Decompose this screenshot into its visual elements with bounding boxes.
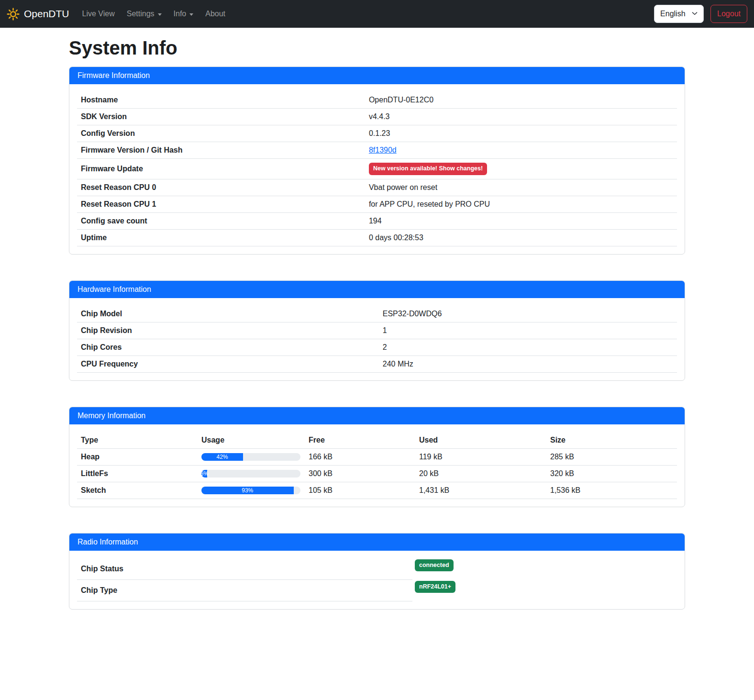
hardware-table: Chip Model ESP32-D0WDQ6 Chip Revision 1 … xyxy=(77,306,677,373)
column-header-free: Free xyxy=(305,432,415,449)
row-value: 0.1.23 xyxy=(365,125,677,142)
nav-item-live-view[interactable]: Live View xyxy=(78,6,119,22)
nav-item-label: Settings xyxy=(127,10,155,18)
table-row: Heap 42% 166 kB 119 kB 285 kB xyxy=(77,448,677,465)
memory-table-header-row: Type Usage Free Used Size xyxy=(77,432,677,449)
table-row: Firmware Version / Git Hash 8f1390d xyxy=(77,142,677,159)
row-label: Firmware Update xyxy=(77,159,365,179)
used-value: 119 kB xyxy=(415,448,546,465)
row-label: Chip Status xyxy=(77,558,412,580)
row-value: 240 MHz xyxy=(379,356,677,372)
row-value: 2 xyxy=(379,339,677,356)
memory-type-label: LittleFs xyxy=(77,465,198,482)
memory-table: Type Usage Free Used Size Heap 42% xyxy=(77,432,677,499)
nav-item-about[interactable]: About xyxy=(201,6,230,22)
chevron-down-icon xyxy=(158,13,162,16)
row-label: Chip Cores xyxy=(77,339,379,356)
main-container: System Info Firmware Information Hostnam… xyxy=(69,28,685,610)
table-row: Chip Cores 2 xyxy=(77,339,677,356)
free-value: 166 kB xyxy=(305,448,415,465)
used-value: 1,431 kB xyxy=(415,482,546,499)
column-header-size: Size xyxy=(546,432,677,449)
table-row: Firmware Update New version available! S… xyxy=(77,159,677,179)
firmware-card-body: Hostname OpenDTU-0E12C0 SDK Version v4.4… xyxy=(69,84,685,254)
nav-item-label: Info xyxy=(174,10,187,18)
row-value: New version available! Show changes! xyxy=(365,159,677,179)
language-selected-value: English xyxy=(660,10,685,18)
table-row: SDK Version v4.4.3 xyxy=(77,109,677,125)
row-value: ESP32-D0WDQ6 xyxy=(379,306,677,322)
chip-status-badge: connected xyxy=(415,559,454,572)
usage-cell: 6% xyxy=(198,465,305,482)
table-row: CPU Frequency 240 MHz xyxy=(77,356,677,372)
table-row: Chip Type nRF24L01+ xyxy=(77,580,677,601)
size-value: 285 kB xyxy=(546,448,677,465)
radio-card-header: Radio Information xyxy=(69,533,685,551)
row-value: Vbat power on reset xyxy=(365,179,677,196)
row-label: Chip Type xyxy=(77,580,412,601)
row-value: 194 xyxy=(365,212,677,229)
used-value: 20 kB xyxy=(415,465,546,482)
sun-icon xyxy=(7,8,20,21)
progressbar-fill: 6% xyxy=(201,470,207,478)
top-navbar: OpenDTU Live View Settings Info About En… xyxy=(0,0,754,28)
row-label: Config Version xyxy=(77,125,365,142)
logout-button[interactable]: Logout xyxy=(710,5,747,23)
progressbar-fill: 93% xyxy=(201,487,294,494)
progressbar-label: 42% xyxy=(216,454,228,460)
memory-type-label: Sketch xyxy=(77,482,198,499)
brand-label: OpenDTU xyxy=(24,8,69,20)
usage-cell: 42% xyxy=(198,448,305,465)
row-label: Chip Model xyxy=(77,306,379,322)
memory-information-card: Memory Information Type Usage Free Used … xyxy=(69,407,685,507)
row-label: Uptime xyxy=(77,229,365,246)
chevron-down-icon xyxy=(189,13,193,16)
memory-card-header: Memory Information xyxy=(69,407,685,424)
memory-card-body: Type Usage Free Used Size Heap 42% xyxy=(69,424,685,507)
firmware-table: Hostname OpenDTU-0E12C0 SDK Version v4.4… xyxy=(77,92,677,246)
heap-usage-progressbar: 42% xyxy=(201,453,300,461)
table-row: Chip Model ESP32-D0WDQ6 xyxy=(77,306,677,322)
chevron-down-icon xyxy=(692,10,698,18)
table-row: Uptime 0 days 00:28:53 xyxy=(77,229,677,246)
radio-card-body: Chip Status connected Chip Type nRF24L01… xyxy=(69,551,685,609)
radio-information-card: Radio Information Chip Status connected … xyxy=(69,533,685,610)
progressbar-label: 93% xyxy=(242,487,253,494)
badge-cell: connected xyxy=(412,558,454,572)
table-row: Sketch 93% 105 kB 1,431 kB 1,536 kB xyxy=(77,482,677,499)
git-hash-link[interactable]: 8f1390d xyxy=(369,146,397,154)
navbar-right: English Logout xyxy=(654,5,747,23)
column-header-type: Type xyxy=(77,432,198,449)
size-value: 320 kB xyxy=(546,465,677,482)
nav-links: Live View Settings Info About xyxy=(78,6,233,22)
table-row: Config Version 0.1.23 xyxy=(77,125,677,142)
hardware-card-header: Hardware Information xyxy=(69,281,685,298)
table-row: Reset Reason CPU 0 Vbat power on reset xyxy=(77,179,677,196)
table-row: Chip Status connected xyxy=(77,558,677,580)
row-label: Reset Reason CPU 0 xyxy=(77,179,365,196)
nav-item-settings[interactable]: Settings xyxy=(122,6,166,22)
table-row: LittleFs 6% 300 kB 20 kB 320 kB xyxy=(77,465,677,482)
language-select[interactable]: English xyxy=(654,5,704,23)
row-value: OpenDTU-0E12C0 xyxy=(365,92,677,109)
brand-link[interactable]: OpenDTU xyxy=(7,8,69,21)
table-row: Chip Revision 1 xyxy=(77,322,677,339)
column-header-used: Used xyxy=(415,432,546,449)
hardware-card-body: Chip Model ESP32-D0WDQ6 Chip Revision 1 … xyxy=(69,298,685,380)
progressbar-label: 6% xyxy=(200,470,209,477)
row-label: Hostname xyxy=(77,92,365,109)
nav-item-label: About xyxy=(205,10,225,18)
row-label: Chip Revision xyxy=(77,322,379,339)
firmware-card-header: Firmware Information xyxy=(69,67,685,84)
column-header-usage: Usage xyxy=(198,432,305,449)
row-label: Config save count xyxy=(77,212,365,229)
row-value: 8f1390d xyxy=(365,142,677,159)
firmware-information-card: Firmware Information Hostname OpenDTU-0E… xyxy=(69,67,685,255)
firmware-update-badge[interactable]: New version available! Show changes! xyxy=(369,163,487,175)
badge-cell: nRF24L01+ xyxy=(412,580,455,593)
free-value: 105 kB xyxy=(305,482,415,499)
table-row: Hostname OpenDTU-0E12C0 xyxy=(77,92,677,109)
nav-item-info[interactable]: Info xyxy=(169,6,198,22)
nav-item-label: Live View xyxy=(82,10,115,18)
usage-cell: 93% xyxy=(198,482,305,499)
